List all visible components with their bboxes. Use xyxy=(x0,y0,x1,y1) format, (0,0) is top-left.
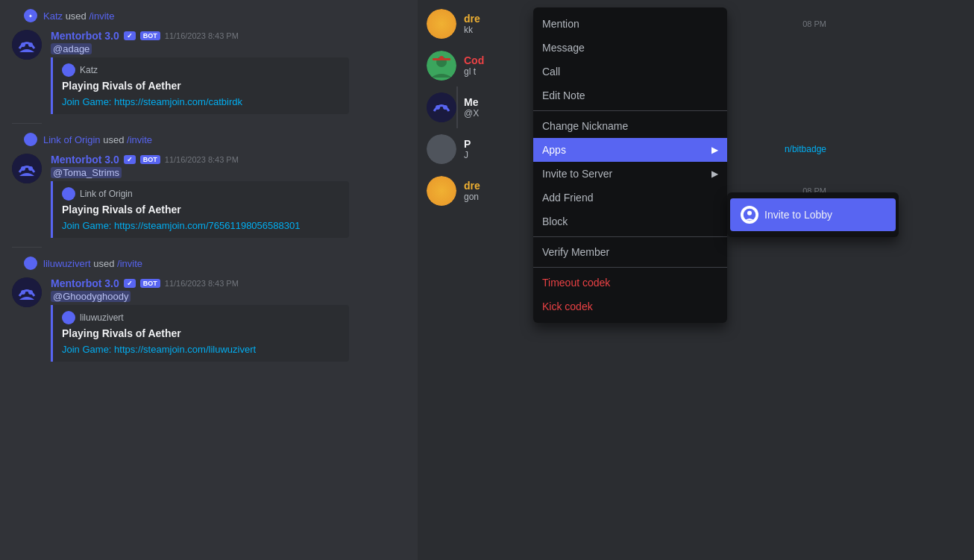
menu-item-block[interactable]: Block xyxy=(533,210,727,233)
system-icon-2 xyxy=(24,133,37,146)
message-content-3: Mentorbot 3.0 ✓ BOT 11/16/2023 8:43 PM @… xyxy=(51,277,406,362)
bot-tag-1: BOT xyxy=(140,31,160,40)
svg-point-11 xyxy=(21,290,25,295)
sys-command-1: /invite xyxy=(89,10,114,22)
embed-link-3[interactable]: Join Game: https://steamjoin.com/liluwuz… xyxy=(62,344,256,355)
bot-name-2: Mentorbot 3.0 xyxy=(51,154,119,166)
svg-point-9 xyxy=(27,259,35,268)
embed-card-2: Link of Origin Playing Rivals of Aether … xyxy=(51,181,349,238)
system-message-1: ✦ Katz used /invite xyxy=(24,6,406,25)
lobby-icon xyxy=(741,206,758,224)
svg-point-12 xyxy=(28,290,33,295)
embed-title-3: Playing Rivals of Aether xyxy=(62,327,340,339)
embed-title-1: Playing Rivals of Aether xyxy=(62,80,340,92)
menu-divider-2 xyxy=(533,236,727,237)
embed-author-3: liluwuzivert xyxy=(62,311,340,324)
bot-name-1: Mentorbot 3.0 xyxy=(51,30,119,42)
system-text-3: liluwuzivert used /invite xyxy=(43,258,142,269)
chat-panel: ✦ Katz used /invite Mentorbot 3. xyxy=(0,0,418,560)
sys-username-1: Katz xyxy=(43,10,63,22)
bot-name-3: Mentorbot 3.0 xyxy=(51,277,119,289)
mention-2: @Toma_Strims xyxy=(51,167,406,178)
svg-point-10 xyxy=(12,277,42,307)
system-message-3: liluwuzivert used /invite xyxy=(24,254,406,273)
menu-item-kick[interactable]: Kick codek xyxy=(533,295,727,318)
apps-arrow-icon: ▶ xyxy=(711,145,718,155)
menu-item-change-nickname[interactable]: Change Nickname xyxy=(533,114,727,138)
sys-command-2: /invite xyxy=(127,134,152,145)
svg-text:✦: ✦ xyxy=(28,13,33,19)
menu-item-call[interactable]: Call xyxy=(533,60,727,84)
system-message-2: Link of Origin used /invite xyxy=(24,130,406,149)
system-text-1: Katz used /invite xyxy=(43,10,114,22)
timestamp-1: 11/16/2023 8:43 PM xyxy=(165,31,239,40)
menu-item-timeout[interactable]: Timeout codek xyxy=(533,271,727,295)
sys-username-2: Link of Origin xyxy=(43,134,101,145)
menu-item-edit-note[interactable]: Edit Note xyxy=(533,84,727,107)
system-text-2: Link of Origin used /invite xyxy=(43,134,152,145)
message-header-1: Mentorbot 3.0 ✓ BOT 11/16/2023 8:43 PM xyxy=(51,30,406,42)
embed-link-2[interactable]: Join Game: https://steamjoin.com/7656119… xyxy=(62,220,300,231)
mention-tag-1: @adage xyxy=(51,43,92,54)
menu-item-apps[interactable]: Apps ▶ xyxy=(533,138,727,162)
avatar-mentorbot-3 xyxy=(12,277,42,307)
menu-item-verify[interactable]: Verify Member xyxy=(533,240,727,264)
svg-point-5 xyxy=(27,136,35,144)
embed-author-name-3: liluwuzivert xyxy=(80,312,124,323)
embed-author-icon-3 xyxy=(62,311,75,324)
bot-tag-2: BOT xyxy=(140,155,160,164)
message-row-2: Mentorbot 3.0 ✓ BOT 11/16/2023 8:43 PM @… xyxy=(12,152,406,241)
timestamp-2: 11/16/2023 8:43 PM xyxy=(165,155,239,164)
sys-username-3: liluwuzivert xyxy=(43,258,91,269)
avatar-mentorbot-2 xyxy=(12,154,42,183)
embed-link-1[interactable]: Join Game: https://steamjoin.com/catbird… xyxy=(62,96,242,107)
message-row-1: Mentorbot 3.0 ✓ BOT 11/16/2023 8:43 PM @… xyxy=(12,28,406,117)
embed-card-3: liluwuzivert Playing Rivals of Aether Jo… xyxy=(51,305,349,362)
message-group-2: Link of Origin used /invite Mentorbot 3.… xyxy=(0,124,418,247)
message-header-2: Mentorbot 3.0 ✓ BOT 11/16/2023 8:43 PM xyxy=(51,154,406,166)
embed-author-2: Link of Origin xyxy=(62,187,340,201)
menu-item-add-friend[interactable]: Add Friend xyxy=(533,186,727,210)
svg-point-6 xyxy=(12,154,42,183)
system-icon: ✦ xyxy=(24,9,37,22)
mention-tag-2: @Toma_Strims xyxy=(51,167,122,178)
svg-point-8 xyxy=(28,166,33,171)
svg-point-21 xyxy=(747,211,752,215)
embed-author-icon-2 xyxy=(62,187,75,201)
embed-card-1: Katz Playing Rivals of Aether Join Game:… xyxy=(51,57,349,114)
timestamp-3: 11/16/2023 8:43 PM xyxy=(165,279,239,288)
message-header-3: Mentorbot 3.0 ✓ BOT 11/16/2023 8:43 PM xyxy=(51,277,406,289)
message-group-1: ✦ Katz used /invite Mentorbot 3. xyxy=(0,0,418,123)
verified-badge-3: ✓ xyxy=(124,279,136,288)
bot-tag-3: BOT xyxy=(140,279,160,288)
svg-point-3 xyxy=(21,43,25,47)
sys-command-3: /invite xyxy=(117,258,142,269)
message-content-1: Mentorbot 3.0 ✓ BOT 11/16/2023 8:43 PM @… xyxy=(51,30,406,114)
embed-author-1: Katz xyxy=(62,63,340,77)
invite-server-arrow-icon: ▶ xyxy=(711,169,718,179)
menu-item-invite-server[interactable]: Invite to Server ▶ xyxy=(533,162,727,186)
embed-author-name-1: Katz xyxy=(80,65,98,75)
right-panel: dre kk 08 PM Cod xyxy=(418,0,974,560)
mention-1: @adage xyxy=(51,43,406,54)
avatar-mentorbot-1 xyxy=(12,30,42,60)
svg-point-2 xyxy=(12,30,42,60)
mention-3: @Ghoodyghoody xyxy=(51,291,406,302)
menu-divider-1 xyxy=(533,110,727,111)
svg-point-7 xyxy=(21,166,25,171)
embed-author-name-2: Link of Origin xyxy=(80,189,133,199)
menu-item-mention[interactable]: Mention xyxy=(533,12,727,36)
verified-badge-2: ✓ xyxy=(124,155,136,164)
mention-tag-3: @Ghoodyghoody xyxy=(51,291,131,302)
menu-item-message[interactable]: Message xyxy=(533,36,727,60)
menu-divider-3 xyxy=(533,267,727,268)
context-menu-overlay: Mention Message Call Edit Note Change Ni… xyxy=(418,0,974,560)
submenu-item-invite-lobby[interactable]: Invite to Lobby xyxy=(730,198,896,231)
message-row-3: Mentorbot 3.0 ✓ BOT 11/16/2023 8:43 PM @… xyxy=(12,276,406,365)
embed-author-icon-1 xyxy=(62,63,75,77)
context-menu: Mention Message Call Edit Note Change Ni… xyxy=(533,7,727,323)
message-content-2: Mentorbot 3.0 ✓ BOT 11/16/2023 8:43 PM @… xyxy=(51,154,406,238)
sys-action-1: used xyxy=(66,10,87,22)
verified-badge-1: ✓ xyxy=(124,31,136,40)
message-group-3: liluwuzivert used /invite Mentorbot 3.0 … xyxy=(0,248,418,371)
